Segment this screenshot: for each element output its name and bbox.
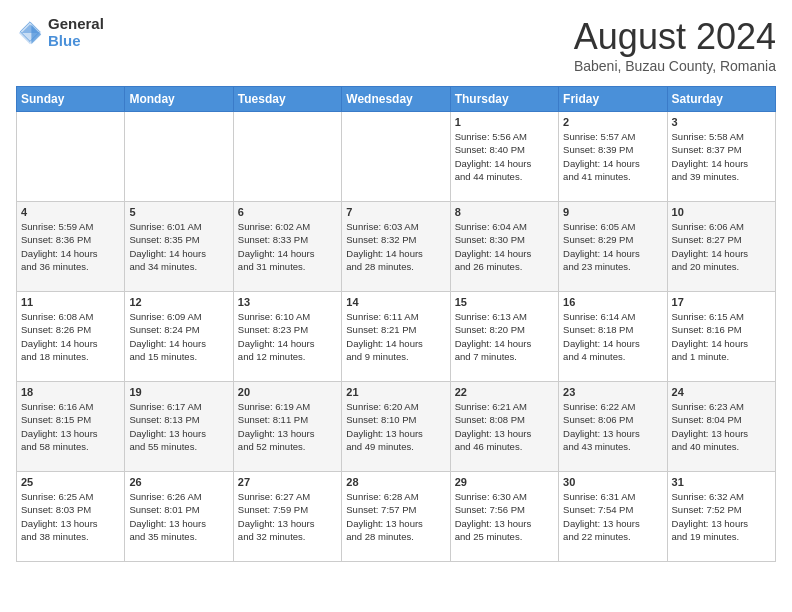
day-number: 8 [455, 206, 554, 218]
calendar-cell [342, 112, 450, 202]
calendar-cell: 28Sunrise: 6:28 AM Sunset: 7:57 PM Dayli… [342, 472, 450, 562]
day-number: 21 [346, 386, 445, 398]
day-info: Sunrise: 5:57 AM Sunset: 8:39 PM Dayligh… [563, 130, 662, 183]
day-info: Sunrise: 6:26 AM Sunset: 8:01 PM Dayligh… [129, 490, 228, 543]
calendar-week-row: 4Sunrise: 5:59 AM Sunset: 8:36 PM Daylig… [17, 202, 776, 292]
calendar-cell: 13Sunrise: 6:10 AM Sunset: 8:23 PM Dayli… [233, 292, 341, 382]
day-info: Sunrise: 6:23 AM Sunset: 8:04 PM Dayligh… [672, 400, 771, 453]
day-number: 2 [563, 116, 662, 128]
day-of-week-header: Saturday [667, 87, 775, 112]
calendar-cell: 16Sunrise: 6:14 AM Sunset: 8:18 PM Dayli… [559, 292, 667, 382]
day-number: 4 [21, 206, 120, 218]
calendar-cell: 15Sunrise: 6:13 AM Sunset: 8:20 PM Dayli… [450, 292, 558, 382]
calendar-cell [125, 112, 233, 202]
day-of-week-header: Sunday [17, 87, 125, 112]
day-info: Sunrise: 6:20 AM Sunset: 8:10 PM Dayligh… [346, 400, 445, 453]
calendar-cell: 12Sunrise: 6:09 AM Sunset: 8:24 PM Dayli… [125, 292, 233, 382]
day-info: Sunrise: 6:02 AM Sunset: 8:33 PM Dayligh… [238, 220, 337, 273]
month-year: August 2024 [574, 16, 776, 58]
day-number: 15 [455, 296, 554, 308]
day-number: 10 [672, 206, 771, 218]
day-info: Sunrise: 6:25 AM Sunset: 8:03 PM Dayligh… [21, 490, 120, 543]
calendar-week-row: 11Sunrise: 6:08 AM Sunset: 8:26 PM Dayli… [17, 292, 776, 382]
day-info: Sunrise: 6:04 AM Sunset: 8:30 PM Dayligh… [455, 220, 554, 273]
calendar-cell: 26Sunrise: 6:26 AM Sunset: 8:01 PM Dayli… [125, 472, 233, 562]
calendar-cell: 25Sunrise: 6:25 AM Sunset: 8:03 PM Dayli… [17, 472, 125, 562]
day-number: 17 [672, 296, 771, 308]
calendar-cell: 23Sunrise: 6:22 AM Sunset: 8:06 PM Dayli… [559, 382, 667, 472]
day-number: 30 [563, 476, 662, 488]
calendar-body: 1Sunrise: 5:56 AM Sunset: 8:40 PM Daylig… [17, 112, 776, 562]
location: Babeni, Buzau County, Romania [574, 58, 776, 74]
calendar-cell: 22Sunrise: 6:21 AM Sunset: 8:08 PM Dayli… [450, 382, 558, 472]
day-number: 27 [238, 476, 337, 488]
day-number: 5 [129, 206, 228, 218]
day-number: 24 [672, 386, 771, 398]
day-info: Sunrise: 6:01 AM Sunset: 8:35 PM Dayligh… [129, 220, 228, 273]
day-info: Sunrise: 6:08 AM Sunset: 8:26 PM Dayligh… [21, 310, 120, 363]
day-info: Sunrise: 6:28 AM Sunset: 7:57 PM Dayligh… [346, 490, 445, 543]
day-info: Sunrise: 6:14 AM Sunset: 8:18 PM Dayligh… [563, 310, 662, 363]
day-info: Sunrise: 6:10 AM Sunset: 8:23 PM Dayligh… [238, 310, 337, 363]
day-info: Sunrise: 6:21 AM Sunset: 8:08 PM Dayligh… [455, 400, 554, 453]
title-block: August 2024 Babeni, Buzau County, Romani… [574, 16, 776, 74]
calendar-cell: 9Sunrise: 6:05 AM Sunset: 8:29 PM Daylig… [559, 202, 667, 292]
page-header: General Blue August 2024 Babeni, Buzau C… [16, 16, 776, 74]
day-number: 6 [238, 206, 337, 218]
day-number: 9 [563, 206, 662, 218]
calendar-cell: 2Sunrise: 5:57 AM Sunset: 8:39 PM Daylig… [559, 112, 667, 202]
calendar-cell: 10Sunrise: 6:06 AM Sunset: 8:27 PM Dayli… [667, 202, 775, 292]
day-info: Sunrise: 6:31 AM Sunset: 7:54 PM Dayligh… [563, 490, 662, 543]
day-number: 12 [129, 296, 228, 308]
calendar-cell: 31Sunrise: 6:32 AM Sunset: 7:52 PM Dayli… [667, 472, 775, 562]
calendar-cell: 29Sunrise: 6:30 AM Sunset: 7:56 PM Dayli… [450, 472, 558, 562]
header-row: SundayMondayTuesdayWednesdayThursdayFrid… [17, 87, 776, 112]
day-of-week-header: Tuesday [233, 87, 341, 112]
day-number: 28 [346, 476, 445, 488]
day-number: 29 [455, 476, 554, 488]
day-number: 22 [455, 386, 554, 398]
day-info: Sunrise: 6:17 AM Sunset: 8:13 PM Dayligh… [129, 400, 228, 453]
day-info: Sunrise: 6:06 AM Sunset: 8:27 PM Dayligh… [672, 220, 771, 273]
calendar-cell: 21Sunrise: 6:20 AM Sunset: 8:10 PM Dayli… [342, 382, 450, 472]
calendar-cell: 27Sunrise: 6:27 AM Sunset: 7:59 PM Dayli… [233, 472, 341, 562]
calendar-week-row: 1Sunrise: 5:56 AM Sunset: 8:40 PM Daylig… [17, 112, 776, 202]
calendar-week-row: 18Sunrise: 6:16 AM Sunset: 8:15 PM Dayli… [17, 382, 776, 472]
day-info: Sunrise: 6:03 AM Sunset: 8:32 PM Dayligh… [346, 220, 445, 273]
calendar-cell: 19Sunrise: 6:17 AM Sunset: 8:13 PM Dayli… [125, 382, 233, 472]
calendar-cell: 6Sunrise: 6:02 AM Sunset: 8:33 PM Daylig… [233, 202, 341, 292]
logo-general-text: General [48, 16, 104, 33]
day-info: Sunrise: 6:09 AM Sunset: 8:24 PM Dayligh… [129, 310, 228, 363]
day-number: 19 [129, 386, 228, 398]
calendar-cell: 30Sunrise: 6:31 AM Sunset: 7:54 PM Dayli… [559, 472, 667, 562]
day-info: Sunrise: 6:19 AM Sunset: 8:11 PM Dayligh… [238, 400, 337, 453]
calendar-cell: 20Sunrise: 6:19 AM Sunset: 8:11 PM Dayli… [233, 382, 341, 472]
day-number: 11 [21, 296, 120, 308]
day-info: Sunrise: 6:32 AM Sunset: 7:52 PM Dayligh… [672, 490, 771, 543]
calendar-cell: 4Sunrise: 5:59 AM Sunset: 8:36 PM Daylig… [17, 202, 125, 292]
day-number: 31 [672, 476, 771, 488]
calendar-table: SundayMondayTuesdayWednesdayThursdayFrid… [16, 86, 776, 562]
calendar-cell: 17Sunrise: 6:15 AM Sunset: 8:16 PM Dayli… [667, 292, 775, 382]
day-number: 23 [563, 386, 662, 398]
day-info: Sunrise: 6:27 AM Sunset: 7:59 PM Dayligh… [238, 490, 337, 543]
calendar-cell: 8Sunrise: 6:04 AM Sunset: 8:30 PM Daylig… [450, 202, 558, 292]
day-number: 3 [672, 116, 771, 128]
logo-text: General Blue [48, 16, 104, 49]
calendar-cell: 18Sunrise: 6:16 AM Sunset: 8:15 PM Dayli… [17, 382, 125, 472]
day-info: Sunrise: 5:59 AM Sunset: 8:36 PM Dayligh… [21, 220, 120, 273]
logo: General Blue [16, 16, 104, 49]
calendar-cell: 14Sunrise: 6:11 AM Sunset: 8:21 PM Dayli… [342, 292, 450, 382]
day-number: 7 [346, 206, 445, 218]
day-of-week-header: Wednesday [342, 87, 450, 112]
day-info: Sunrise: 6:05 AM Sunset: 8:29 PM Dayligh… [563, 220, 662, 273]
calendar-header: SundayMondayTuesdayWednesdayThursdayFrid… [17, 87, 776, 112]
day-number: 25 [21, 476, 120, 488]
day-of-week-header: Monday [125, 87, 233, 112]
day-number: 18 [21, 386, 120, 398]
calendar-cell: 5Sunrise: 6:01 AM Sunset: 8:35 PM Daylig… [125, 202, 233, 292]
day-info: Sunrise: 6:30 AM Sunset: 7:56 PM Dayligh… [455, 490, 554, 543]
day-info: Sunrise: 5:58 AM Sunset: 8:37 PM Dayligh… [672, 130, 771, 183]
logo-blue-text: Blue [48, 33, 104, 50]
calendar-cell [17, 112, 125, 202]
